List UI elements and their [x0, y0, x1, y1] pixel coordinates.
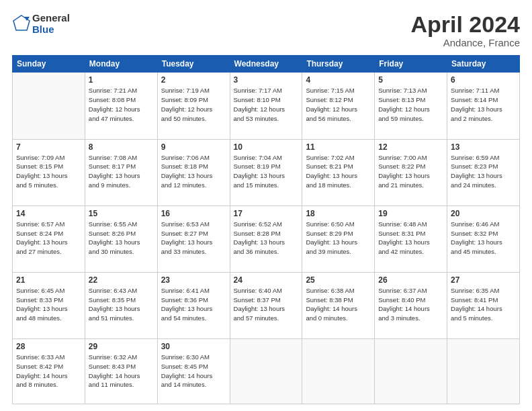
- logo-container: General Blue: [12, 12, 70, 36]
- table-row: 6Sunrise: 7:11 AMSunset: 8:14 PMDaylight…: [447, 73, 520, 139]
- table-row: 18Sunrise: 6:50 AMSunset: 8:29 PMDayligh…: [302, 205, 375, 272]
- col-thursday: Thursday: [302, 56, 375, 73]
- day-info: Sunrise: 6:33 AMSunset: 8:42 PMDaylight:…: [16, 353, 81, 390]
- day-info: Sunrise: 6:52 AMSunset: 8:28 PMDaylight:…: [234, 220, 299, 257]
- day-info: Sunrise: 6:30 AMSunset: 8:45 PMDaylight:…: [161, 353, 226, 390]
- day-info: Sunrise: 7:15 AMSunset: 8:12 PMDaylight:…: [306, 86, 371, 123]
- table-row: 19Sunrise: 6:48 AMSunset: 8:31 PMDayligh…: [375, 205, 447, 272]
- day-info: Sunrise: 7:11 AMSunset: 8:14 PMDaylight:…: [451, 86, 516, 123]
- day-number: 21: [16, 275, 81, 285]
- table-row: 13Sunrise: 6:59 AMSunset: 8:23 PMDayligh…: [447, 139, 520, 205]
- col-monday: Monday: [85, 56, 157, 73]
- day-number: 26: [378, 275, 443, 285]
- day-number: 7: [16, 142, 81, 152]
- header: General Blue April 2024 Andance, France: [12, 12, 520, 48]
- day-info: Sunrise: 6:57 AMSunset: 8:24 PMDaylight:…: [16, 220, 81, 257]
- day-number: 20: [451, 209, 516, 218]
- day-number: 10: [234, 142, 299, 152]
- day-number: 19: [378, 209, 443, 218]
- day-number: 24: [234, 275, 299, 285]
- day-number: 25: [306, 275, 371, 285]
- logo: General Blue: [12, 12, 70, 36]
- day-info: Sunrise: 7:17 AMSunset: 8:10 PMDaylight:…: [234, 86, 299, 123]
- table-row: 26Sunrise: 6:37 AMSunset: 8:40 PMDayligh…: [375, 272, 447, 338]
- table-row: 12Sunrise: 7:00 AMSunset: 8:22 PMDayligh…: [375, 139, 447, 205]
- calendar-header-row: Sunday Monday Tuesday Wednesday Thursday…: [13, 56, 520, 73]
- col-wednesday: Wednesday: [230, 56, 302, 73]
- table-row: [447, 339, 520, 404]
- day-number: 27: [451, 275, 516, 285]
- table-row: 5Sunrise: 7:13 AMSunset: 8:13 PMDaylight…: [375, 73, 447, 139]
- day-number: 14: [16, 209, 81, 218]
- table-row: [302, 339, 375, 404]
- day-number: 28: [16, 342, 81, 351]
- day-info: Sunrise: 7:19 AMSunset: 8:09 PMDaylight:…: [161, 86, 226, 123]
- day-info: Sunrise: 7:13 AMSunset: 8:13 PMDaylight:…: [378, 86, 443, 123]
- table-row: 2Sunrise: 7:19 AMSunset: 8:09 PMDaylight…: [157, 73, 230, 139]
- logo-line2: Blue: [32, 24, 70, 35]
- table-row: 10Sunrise: 7:04 AMSunset: 8:19 PMDayligh…: [230, 139, 302, 205]
- day-info: Sunrise: 7:04 AMSunset: 8:19 PMDaylight:…: [234, 153, 299, 190]
- table-row: 24Sunrise: 6:40 AMSunset: 8:37 PMDayligh…: [230, 272, 302, 338]
- day-number: 3: [234, 75, 299, 85]
- day-number: 9: [161, 142, 226, 152]
- day-info: Sunrise: 7:09 AMSunset: 8:15 PMDaylight:…: [16, 153, 81, 190]
- day-info: Sunrise: 6:53 AMSunset: 8:27 PMDaylight:…: [161, 220, 226, 257]
- col-friday: Friday: [375, 56, 447, 73]
- day-number: 17: [234, 209, 299, 218]
- day-info: Sunrise: 6:59 AMSunset: 8:23 PMDaylight:…: [451, 153, 516, 190]
- table-row: 22Sunrise: 6:43 AMSunset: 8:35 PMDayligh…: [85, 272, 157, 338]
- day-number: 1: [89, 75, 154, 85]
- subtitle: Andance, France: [410, 37, 520, 48]
- day-number: 5: [378, 75, 443, 85]
- day-info: Sunrise: 7:21 AMSunset: 8:08 PMDaylight:…: [89, 86, 154, 123]
- logo-graphic-icon: [12, 14, 31, 33]
- table-row: 23Sunrise: 6:41 AMSunset: 8:36 PMDayligh…: [157, 272, 230, 338]
- table-row: 16Sunrise: 6:53 AMSunset: 8:27 PMDayligh…: [157, 205, 230, 272]
- table-row: 4Sunrise: 7:15 AMSunset: 8:12 PMDaylight…: [302, 73, 375, 139]
- day-number: 2: [161, 75, 226, 85]
- table-row: 9Sunrise: 7:06 AMSunset: 8:18 PMDaylight…: [157, 139, 230, 205]
- day-info: Sunrise: 6:50 AMSunset: 8:29 PMDaylight:…: [306, 220, 371, 257]
- table-row: [375, 339, 447, 404]
- table-row: 20Sunrise: 6:46 AMSunset: 8:32 PMDayligh…: [447, 205, 520, 272]
- day-info: Sunrise: 7:08 AMSunset: 8:17 PMDaylight:…: [89, 153, 154, 190]
- day-number: 11: [306, 142, 371, 152]
- day-number: 16: [161, 209, 226, 218]
- day-info: Sunrise: 6:37 AMSunset: 8:40 PMDaylight:…: [378, 286, 443, 323]
- table-row: 3Sunrise: 7:17 AMSunset: 8:10 PMDaylight…: [230, 73, 302, 139]
- table-row: 30Sunrise: 6:30 AMSunset: 8:45 PMDayligh…: [157, 339, 230, 404]
- day-info: Sunrise: 6:35 AMSunset: 8:41 PMDaylight:…: [451, 286, 516, 323]
- table-row: 11Sunrise: 7:02 AMSunset: 8:21 PMDayligh…: [302, 139, 375, 205]
- day-number: 4: [306, 75, 371, 85]
- day-info: Sunrise: 7:00 AMSunset: 8:22 PMDaylight:…: [378, 153, 443, 190]
- day-info: Sunrise: 6:55 AMSunset: 8:26 PMDaylight:…: [89, 220, 154, 257]
- day-number: 30: [161, 342, 226, 351]
- day-info: Sunrise: 6:38 AMSunset: 8:38 PMDaylight:…: [306, 286, 371, 323]
- day-number: 12: [378, 142, 443, 152]
- table-row: 14Sunrise: 6:57 AMSunset: 8:24 PMDayligh…: [13, 205, 85, 272]
- table-row: 25Sunrise: 6:38 AMSunset: 8:38 PMDayligh…: [302, 272, 375, 338]
- day-info: Sunrise: 6:45 AMSunset: 8:33 PMDaylight:…: [16, 286, 81, 323]
- table-row: 15Sunrise: 6:55 AMSunset: 8:26 PMDayligh…: [85, 205, 157, 272]
- day-info: Sunrise: 6:46 AMSunset: 8:32 PMDaylight:…: [451, 220, 516, 257]
- table-row: 17Sunrise: 6:52 AMSunset: 8:28 PMDayligh…: [230, 205, 302, 272]
- day-number: 23: [161, 275, 226, 285]
- day-info: Sunrise: 6:32 AMSunset: 8:43 PMDaylight:…: [89, 353, 154, 390]
- day-number: 22: [89, 275, 154, 285]
- day-number: 18: [306, 209, 371, 218]
- page: General Blue April 2024 Andance, France …: [0, 0, 532, 411]
- table-row: 29Sunrise: 6:32 AMSunset: 8:43 PMDayligh…: [85, 339, 157, 404]
- day-info: Sunrise: 6:41 AMSunset: 8:36 PMDaylight:…: [161, 286, 226, 323]
- table-row: [230, 339, 302, 404]
- logo-line1: General: [32, 12, 70, 24]
- day-number: 6: [451, 75, 516, 85]
- table-row: 27Sunrise: 6:35 AMSunset: 8:41 PMDayligh…: [447, 272, 520, 338]
- table-row: 21Sunrise: 6:45 AMSunset: 8:33 PMDayligh…: [13, 272, 85, 338]
- calendar-table: Sunday Monday Tuesday Wednesday Thursday…: [12, 55, 520, 404]
- table-row: 1Sunrise: 7:21 AMSunset: 8:08 PMDaylight…: [85, 73, 157, 139]
- table-row: 7Sunrise: 7:09 AMSunset: 8:15 PMDaylight…: [13, 139, 85, 205]
- table-row: [13, 73, 85, 139]
- day-number: 8: [89, 142, 154, 152]
- day-info: Sunrise: 7:06 AMSunset: 8:18 PMDaylight:…: [161, 153, 226, 190]
